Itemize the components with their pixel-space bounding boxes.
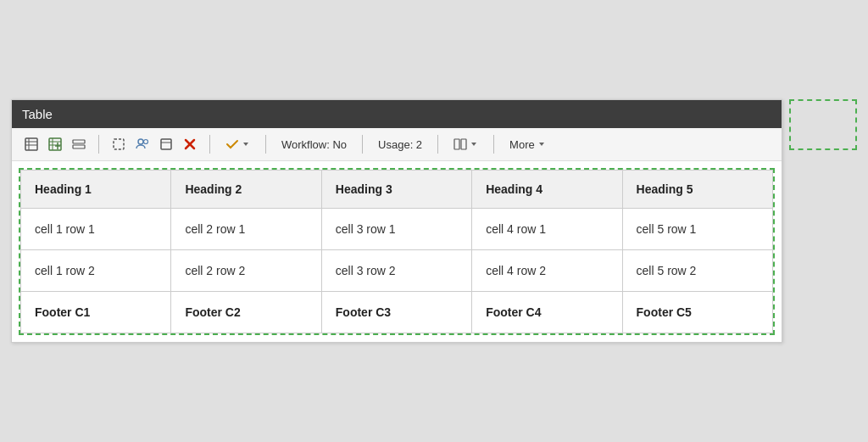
usage-label: Usage: 2 [371, 138, 429, 151]
svg-rect-20 [454, 139, 459, 149]
table-container: Heading 1 Heading 2 Heading 3 Heading 4 … [19, 168, 775, 335]
col-header-1: Heading 1 [21, 171, 171, 209]
footer-cell-2: Footer C2 [171, 292, 321, 333]
widget-title-bar: Table [12, 100, 782, 128]
cell-2-1: cell 2 row 1 [171, 209, 321, 250]
cell-1-1: cell 1 row 1 [21, 209, 171, 250]
toolbar-group-2 [108, 133, 201, 155]
svg-rect-12 [114, 139, 124, 149]
cell-4-1: cell 4 row 1 [472, 209, 622, 250]
cell-3-2: cell 3 row 2 [321, 250, 471, 292]
cell-5-1: cell 5 row 1 [622, 209, 772, 250]
more-label: More [509, 138, 535, 151]
divider-3 [265, 135, 266, 154]
cell-3-1: cell 3 row 1 [321, 209, 471, 250]
widget-title: Table [22, 107, 53, 121]
more-dropdown-button[interactable]: More [503, 136, 553, 154]
edit-table-icon-button[interactable] [20, 133, 42, 155]
col-header-2: Heading 2 [171, 171, 321, 209]
svg-rect-0 [25, 138, 37, 150]
side-placeholder [789, 99, 857, 150]
add-column-icon-button[interactable] [44, 133, 66, 155]
svg-marker-19 [243, 143, 248, 146]
cell-1-2: cell 1 row 2 [21, 250, 171, 292]
table-row: cell 1 row 2 cell 2 row 2 cell 3 row 2 c… [21, 250, 773, 292]
footer-cell-1: Footer C1 [21, 292, 171, 333]
footer-row: Footer C1 Footer C2 Footer C3 Footer C4 … [21, 292, 773, 333]
cell-5-2: cell 5 row 2 [622, 250, 772, 292]
svg-point-14 [144, 140, 148, 144]
toolbar-group-1 [20, 133, 90, 155]
checkmark-dropdown-button[interactable] [219, 135, 257, 154]
divider-2 [209, 135, 210, 154]
users-icon-button[interactable] [131, 133, 153, 155]
svg-marker-23 [539, 143, 544, 146]
col-header-4: Heading 4 [472, 171, 622, 209]
col-header-5: Heading 5 [622, 171, 772, 209]
svg-rect-11 [73, 145, 85, 148]
divider-4 [362, 135, 363, 154]
svg-rect-10 [73, 140, 85, 143]
footer-cell-3: Footer C3 [321, 292, 471, 333]
footer-cell-4: Footer C4 [472, 292, 622, 333]
table-row: cell 1 row 1 cell 2 row 1 cell 3 row 1 c… [21, 209, 773, 250]
col-header-3: Heading 3 [321, 171, 471, 209]
toolbar: Workflow: No Usage: 2 More [12, 128, 782, 161]
divider-1 [98, 135, 99, 154]
columns-dropdown-button[interactable] [447, 135, 485, 154]
data-table: Heading 1 Heading 2 Heading 3 Heading 4 … [20, 170, 773, 333]
svg-rect-21 [461, 139, 466, 149]
divider-5 [437, 135, 438, 154]
header-row: Heading 1 Heading 2 Heading 3 Heading 4 … [21, 171, 773, 209]
svg-marker-22 [471, 143, 476, 146]
footer-cell-5: Footer C5 [622, 292, 772, 333]
row-icon-button[interactable] [68, 133, 90, 155]
select-icon-button[interactable] [108, 133, 130, 155]
window-icon-button[interactable] [155, 133, 177, 155]
svg-rect-4 [49, 138, 61, 150]
cell-4-2: cell 4 row 2 [472, 250, 622, 292]
workflow-label: Workflow: No [275, 138, 353, 151]
table-widget: Table [11, 99, 782, 343]
cell-2-2: cell 2 row 2 [171, 250, 321, 292]
divider-6 [493, 135, 494, 154]
delete-icon-button[interactable] [179, 133, 201, 155]
svg-rect-15 [161, 139, 171, 149]
svg-point-13 [138, 139, 143, 144]
